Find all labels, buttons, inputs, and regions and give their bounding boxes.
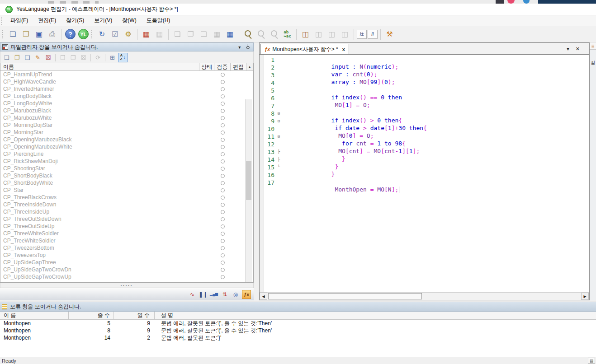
file-list-item[interactable]: CP_ThreeInsideDown: [0, 201, 253, 208]
file-list-item[interactable]: CP_ShootingStar: [0, 165, 253, 172]
tab-chart-icon[interactable]: ∿: [188, 290, 197, 299]
menu-item[interactable]: 파일(F): [5, 15, 33, 26]
comment-block-icon[interactable]: /±: [357, 30, 367, 39]
fold-marker-icon[interactable]: ⊟: [276, 112, 282, 116]
error-column-name[interactable]: 이 름: [0, 312, 69, 319]
comment-line-icon[interactable]: //: [368, 30, 378, 39]
file-list-item[interactable]: CP_MorningDojiStar: [0, 121, 253, 129]
error-column-line[interactable]: 줄 수: [69, 312, 114, 319]
hscroll-track[interactable]: [267, 293, 581, 300]
tools-icon[interactable]: ⚒: [383, 28, 396, 40]
file-list-item[interactable]: CP_UpSideGapThree: [0, 259, 253, 266]
file-list-item[interactable]: CP_TweezersTop: [0, 252, 253, 259]
fold-marker-icon[interactable]: └: [276, 165, 282, 169]
docked-panel-icon[interactable]: ≣: [590, 42, 596, 50]
yeslanguage-icon[interactable]: YL: [78, 29, 89, 39]
menu-item[interactable]: 도움말(H): [142, 15, 175, 26]
replace-icon[interactable]: ab ↪ac: [281, 28, 293, 40]
scrollbar-thumb[interactable]: [246, 161, 251, 200]
fold-marker-icon[interactable]: ⊟: [276, 119, 282, 123]
grid-icon[interactable]: ▦: [224, 28, 236, 40]
code-line[interactable]: 17 MonthOpen = MO[N];: [260, 179, 589, 187]
compile-icon[interactable]: ⚙: [122, 28, 134, 40]
copy-item-icon[interactable]: ❑: [23, 53, 32, 62]
file-list-item[interactable]: CP_MarubozuWhite: [0, 114, 253, 121]
editor-hscrollbar[interactable]: ◀ ▶: [260, 292, 589, 300]
save-icon[interactable]: ▣: [33, 28, 45, 40]
file-list-item[interactable]: CP_UpSideGapTwoCrowDn: [0, 266, 253, 273]
new-file-icon[interactable]: ❏: [7, 28, 19, 40]
error-row[interactable]: Monthopen 8 9 문법 에러, 잘못된 토큰:'(', 올 수 있는 …: [0, 327, 596, 334]
menu-item[interactable]: 찾기(S): [61, 15, 89, 26]
column-name[interactable]: 이름: [0, 63, 199, 71]
file-list-item[interactable]: CP_LongBodyBlack: [0, 93, 253, 100]
error-row[interactable]: Monthopen 5 9 문법 에러, 잘못된 토큰:'(', 올 수 있는 …: [0, 320, 596, 327]
error-row[interactable]: Monthopen 14 2 문법 에러, 잘못된 토큰:'}': [0, 334, 596, 341]
hscroll-thumb[interactable]: [268, 293, 422, 299]
file-list-item[interactable]: CP_OpeningMarubozuBlack: [0, 136, 253, 143]
file-list-item[interactable]: CP_RickShawManDoji: [0, 158, 253, 165]
scroll-right-icon[interactable]: ▶: [581, 293, 589, 300]
file-list-item[interactable]: CP_HIghWaveCandle: [0, 78, 253, 85]
tab-indicator-icon[interactable]: ❚❙: [199, 290, 208, 299]
tabbar-close-icon[interactable]: ✕: [576, 46, 580, 52]
pin-icon[interactable]: ⚲: [245, 44, 251, 50]
editor-tab[interactable]: ƒx Monthopen<사용자 함수> * x: [260, 44, 349, 54]
file-list-item[interactable]: CP_TweezersBottom: [0, 244, 253, 252]
file-list-item[interactable]: CP_ShortBodyBlack: [0, 172, 253, 179]
tab-close-icon[interactable]: x: [342, 47, 345, 52]
print-icon[interactable]: ⎙: [46, 28, 58, 40]
help-icon[interactable]: ?: [65, 29, 76, 39]
file-list-item[interactable]: CP_ShortBodyWhite: [0, 179, 253, 187]
panel-menu-chevron-icon[interactable]: ▾: [237, 45, 242, 50]
rename-item-icon[interactable]: ✎: [33, 53, 43, 62]
error-column-desc[interactable]: 설 명: [155, 312, 596, 319]
fold-marker-icon[interactable]: ├: [276, 150, 282, 154]
tab-order-icon[interactable]: ⇅: [220, 290, 229, 299]
file-list-item[interactable]: CP_ThreeInsideUp: [0, 208, 253, 215]
tab-function-icon[interactable]: ƒx: [242, 290, 251, 299]
column-status[interactable]: 상태: [199, 63, 214, 71]
file-list-item[interactable]: CP_LongBodyWhite: [0, 100, 253, 107]
find-icon[interactable]: [242, 28, 254, 40]
file-list-item[interactable]: CP_ThreeOutSideDown: [0, 215, 253, 223]
file-list-item[interactable]: CP_OpeningMarubozuWhite: [0, 143, 253, 150]
delete-item-icon[interactable]: ☒: [43, 53, 53, 62]
tab-search-icon[interactable]: ◎: [231, 290, 240, 299]
column-verify[interactable]: 검증: [214, 63, 231, 71]
file-list-scrollbar[interactable]: ▼: [245, 99, 252, 283]
column-edit[interactable]: 편집: [231, 63, 246, 71]
code-editor[interactable]: 1 input : N(numeric); 2 var : cnt(0);: [260, 55, 589, 292]
function-help-icon[interactable]: ◫: [299, 28, 312, 40]
open-item-icon[interactable]: ❐: [12, 53, 22, 62]
error-column-col[interactable]: 열 수: [114, 312, 155, 319]
menu-item[interactable]: 편집(E): [33, 15, 61, 26]
spell-check-icon[interactable]: ↻: [96, 28, 108, 40]
file-list-item[interactable]: CP_UpSideGapTwoCrowUp: [0, 273, 253, 280]
menu-item[interactable]: 창(W): [117, 15, 141, 26]
scroll-up-icon[interactable]: ▲: [246, 63, 253, 71]
file-list-item[interactable]: CP_TreeWhiteSoldier: [0, 237, 253, 244]
splitter-handle[interactable]: •••••: [0, 283, 254, 288]
scroll-left-icon[interactable]: ◀: [260, 293, 267, 300]
file-list-item[interactable]: CP_MarubozuBlack: [0, 107, 253, 114]
group-view-icon[interactable]: ⊞: [108, 53, 117, 62]
tab-list-chevron-icon[interactable]: ▾: [567, 46, 569, 52]
file-list-item[interactable]: CP_ThreeBlackCrows: [0, 194, 253, 201]
open-file-icon[interactable]: ❒: [20, 28, 32, 40]
tray-grid-icon[interactable]: ▤: [588, 358, 595, 364]
file-list-item[interactable]: CP_InvertedHammer: [0, 85, 253, 93]
tab-signal-icon[interactable]: ▂▄▆: [209, 290, 218, 299]
file-list-item[interactable]: CP_PiercingLine: [0, 150, 253, 158]
new-item-icon[interactable]: ❏: [2, 53, 11, 62]
fold-marker-icon[interactable]: ⊟: [276, 135, 282, 139]
fold-marker-icon[interactable]: ├: [276, 158, 282, 162]
file-list-item[interactable]: CP_Star: [0, 187, 253, 194]
sort-az-icon[interactable]: A Z: [118, 53, 128, 62]
file-list-item[interactable]: CP_HaramiUpTrend: [0, 71, 253, 78]
menu-item[interactable]: 보기(V): [89, 15, 117, 26]
keyword-list-icon[interactable]: ☑: [109, 28, 121, 40]
file-list-item[interactable]: CP_ThreeWhiteSoldier: [0, 230, 253, 237]
format-table-icon[interactable]: ▦: [140, 28, 152, 40]
file-list-item[interactable]: CP_MorningStar: [0, 129, 253, 136]
